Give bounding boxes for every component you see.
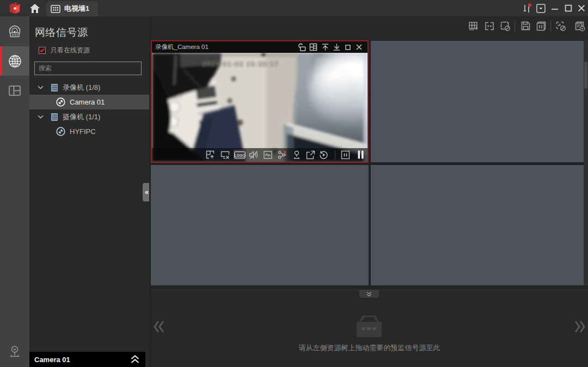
svg-text:LOGO: LOGO	[235, 153, 246, 157]
svg-text:2023-01-03 15:30:17: 2023-01-03 15:30:17	[202, 60, 279, 68]
